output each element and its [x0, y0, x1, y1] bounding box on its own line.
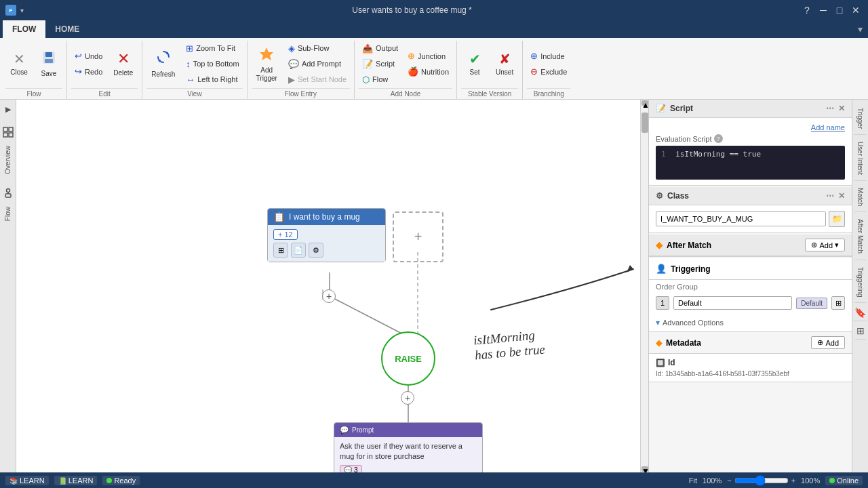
script-menu-icon[interactable]: ⋯ — [826, 104, 834, 113]
class-browse-btn[interactable]: 📁 — [829, 211, 845, 227]
save-button[interactable]: Save — [35, 47, 62, 81]
sidebar-icon-flow[interactable] — [1, 186, 15, 200]
class-menu-icon[interactable]: ⋯ — [826, 191, 834, 201]
trigger-node-icons: ⊞ 📄 ⚙ — [273, 243, 380, 258]
plus-btn-1[interactable]: + — [322, 289, 336, 303]
script-button[interactable]: 📝 Script — [359, 57, 401, 71]
fit-control[interactable]: Fit — [689, 476, 697, 485]
after-match-title-row: ◆ After Match — [656, 240, 711, 250]
zoom-minus-btn[interactable]: − — [727, 476, 731, 485]
sidebar-overview-label[interactable]: Overview — [2, 140, 14, 180]
exclude-button[interactable]: ⊖ Exclude — [527, 64, 570, 79]
sub-flow-button[interactable]: ◈ Sub-Flow — [285, 41, 350, 56]
close-window-btn[interactable]: ✕ — [849, 3, 863, 17]
trigger-icon-gear[interactable]: ⚙ — [309, 243, 323, 258]
zoom-slider[interactable] — [734, 475, 789, 486]
right-edge-tab-extra[interactable]: 🔖 — [853, 304, 867, 321]
plus-btn-2[interactable]: + — [401, 391, 414, 405]
scrollbar-thumb[interactable] — [642, 113, 648, 133]
zoom-slider-area[interactable]: − + — [727, 475, 795, 486]
left-to-right-button[interactable]: ↔ Left to Right — [182, 73, 242, 87]
status-left: 📚 LEARN 📗 LEARN Ready — [5, 476, 140, 485]
eval-help-icon[interactable]: ? — [714, 134, 723, 143]
learn1-label: LEARN — [20, 476, 45, 485]
add-node-col2: ⊕ Junction 🍎 Nutrition — [404, 49, 452, 79]
learn1-icon: 📚 — [9, 477, 18, 485]
after-match-add-label: Add — [819, 241, 833, 249]
sidebar-icon-overview[interactable] — [1, 125, 15, 139]
set-icon: ✔ — [469, 51, 481, 67]
eval-script-editor[interactable]: 1 isItMorning == true — [656, 146, 845, 180]
order-group-badge: Default — [796, 298, 827, 309]
flow-btn[interactable]: ⬡ Flow — [359, 73, 401, 87]
dashed-box-plus[interactable]: + — [414, 229, 422, 245]
order-group-icon[interactable]: ⊞ — [831, 296, 845, 310]
comment-badge[interactable]: 💬 3 — [340, 465, 362, 472]
undo-label: Undo — [85, 52, 102, 60]
zoom-to-fit-button[interactable]: ⊞ Zoom To Fit — [182, 41, 242, 56]
sidebar-expand-btn[interactable]: ▶ — [1, 102, 15, 116]
after-match-add-btn[interactable]: ⊕ Add — [805, 239, 845, 251]
script-section-header[interactable]: 📝 Script ⋯ ✕ — [649, 100, 852, 118]
status-learn2[interactable]: 📗 LEARN — [54, 476, 98, 485]
right-edge-tab-user-intent[interactable]: User Intent — [854, 136, 866, 181]
class-close-icon[interactable]: ✕ — [838, 191, 845, 201]
zoom-to-fit-label: Zoom To Fit — [196, 44, 235, 52]
junction-button[interactable]: ⊕ Junction — [404, 49, 452, 63]
delete-button[interactable]: ✕ Delete — [108, 47, 138, 81]
minimize-btn[interactable]: ─ — [816, 3, 830, 17]
add-prompt-button[interactable]: 💬 Add Prompt — [285, 57, 350, 71]
order-group-row: 1 Default ⊞ — [649, 292, 852, 314]
redo-label: Redo — [85, 68, 102, 76]
add-name-link[interactable]: Add name — [811, 123, 845, 131]
undo-button[interactable]: ↩ Undo — [71, 49, 106, 63]
script-close-icon[interactable]: ✕ — [838, 104, 845, 113]
output-button[interactable]: 📤 Output — [359, 41, 401, 56]
advanced-options-row[interactable]: ▾ Advanced Options — [649, 314, 852, 331]
svg-rect-9 — [5, 194, 11, 197]
stable-group-content: ✔ Set ✘ Unset — [461, 41, 518, 87]
order-group-input[interactable] — [673, 296, 792, 310]
metadata-add-btn[interactable]: ⊕ Add — [811, 336, 845, 349]
ribbon-collapse-btn[interactable]: ▾ — [858, 24, 863, 35]
maximize-btn[interactable]: □ — [833, 3, 846, 17]
set-button[interactable]: ✔ Set — [461, 47, 488, 80]
zoom-plus-btn[interactable]: + — [791, 476, 795, 485]
scroll-up-btn[interactable]: ▲ — [642, 100, 648, 106]
svg-line-12 — [330, 296, 408, 337]
fit-label: Fit — [689, 476, 697, 485]
canvas-scrollbar[interactable]: ▲ ▼ — [640, 100, 648, 472]
trigger-icon-doc[interactable]: 📄 — [291, 243, 306, 258]
scroll-down-btn[interactable]: ▼ — [642, 466, 648, 472]
close-button[interactable]: ✕ Close — [5, 47, 33, 80]
right-edge-tab-trigger[interactable]: Trigger — [854, 102, 866, 135]
comment-count: 3 — [354, 466, 358, 472]
class-section-header[interactable]: ⚙ Class ⋯ ✕ — [649, 187, 852, 205]
tab-home[interactable]: HOME — [45, 20, 89, 38]
window-title: User wants to buy a coffee mug * — [24, 5, 800, 15]
refresh-button[interactable]: Refresh — [146, 45, 180, 82]
unset-button[interactable]: ✘ Unset — [491, 47, 518, 80]
add-trigger-button[interactable]: AddTrigger — [252, 42, 282, 86]
trigger-node[interactable]: 📋 I want to buy a mug + 12 ⊞ 📄 ⚙ — [267, 208, 386, 262]
help-btn[interactable]: ? — [800, 3, 814, 17]
right-edge-tab-after-match[interactable]: After Match — [854, 214, 866, 260]
right-edge-tab-extra2[interactable]: ⊞ — [855, 323, 866, 340]
class-input-field[interactable] — [656, 211, 826, 226]
top-to-bottom-button[interactable]: ↕ Top to Bottom — [182, 57, 242, 71]
right-edge-tab-match[interactable]: Match — [854, 182, 866, 212]
prompt-node[interactable]: 💬 Prompt Ask the user if they want to re… — [334, 422, 483, 472]
class-header-icon: ⚙ — [656, 191, 663, 201]
svg-rect-2 — [45, 59, 53, 63]
right-edge-tab-triggering[interactable]: Triggering — [854, 262, 866, 304]
tab-flow[interactable]: FLOW — [3, 20, 45, 38]
include-label: Include — [540, 52, 564, 60]
raise-node[interactable]: RAISE — [381, 331, 435, 386]
status-learn1[interactable]: 📚 LEARN — [5, 476, 49, 485]
sidebar-flow-label[interactable]: Flow — [2, 201, 14, 226]
trigger-icon-grid[interactable]: ⊞ — [273, 243, 288, 258]
redo-button[interactable]: ↪ Redo — [71, 64, 106, 79]
ribbon-group-view: Refresh ⊞ Zoom To Fit ↕ Top to Bottom ↔ … — [142, 41, 247, 99]
include-button[interactable]: ⊕ Include — [527, 49, 570, 63]
nutrition-button[interactable]: 🍎 Nutrition — [404, 64, 452, 79]
